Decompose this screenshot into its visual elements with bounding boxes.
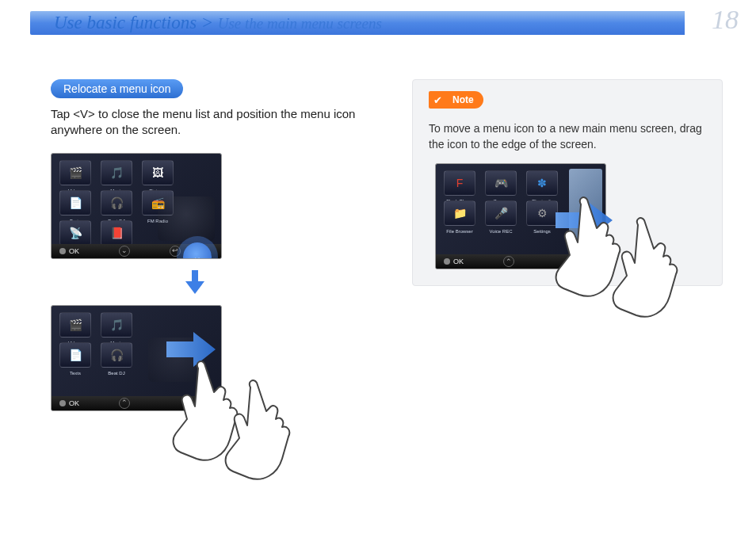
app-icon: 🎬 <box>59 312 91 338</box>
app-icon: 🎬 <box>59 160 91 185</box>
app-icon: 🎵 <box>101 160 132 185</box>
breadcrumb: Use basic functions > Use the main menu … <box>54 13 382 33</box>
app-glyph-icon: 🎧 <box>110 196 124 209</box>
app-icon: 📡 <box>59 220 91 246</box>
app-glyph-icon: 🎬 <box>69 166 82 179</box>
app-glyph-icon: 🎤 <box>494 207 508 219</box>
check-icon: ✔ <box>429 91 446 109</box>
app-icon: 🎧 <box>101 342 132 368</box>
app-glyph-icon: 🎵 <box>110 166 124 179</box>
clock-widget-icon <box>148 338 205 382</box>
caret-up-icon: ⌃ <box>119 398 130 409</box>
app-glyph-icon: 🖼 <box>152 166 163 179</box>
down-arrow-icon <box>184 270 384 294</box>
app-icon: 📕 <box>101 220 132 246</box>
page-number: 18 <box>712 5 739 35</box>
left-column: Relocate a menu icon Tap <V> to close th… <box>51 79 384 411</box>
back-button-icon: ↩ <box>170 246 181 257</box>
right-column: ✔ Note To move a menu icon to a new main… <box>412 79 723 411</box>
breadcrumb-main: Use basic functions <box>54 13 197 32</box>
app-icon: ⚙ <box>526 200 558 226</box>
app-glyph-icon: 🎮 <box>494 177 508 189</box>
app-glyph-icon: 🎬 <box>69 318 82 331</box>
app-glyph-icon: ⚙ <box>537 207 548 219</box>
app-glyph-icon: 🎵 <box>110 318 124 331</box>
app-icon: 📁 <box>444 200 475 226</box>
next-screen-preview <box>569 169 602 245</box>
note-label: Note <box>446 91 483 109</box>
ok-label: OK <box>59 399 79 407</box>
app-icon: 📄 <box>59 190 91 216</box>
v-button-icon: ⌄ <box>119 246 130 257</box>
device-screenshot-top: 🎬🎵🖼📄🎧📻📡📕 OK ⌄ ↩ ⌄ <box>51 153 222 259</box>
app-icon: 🎮 <box>485 170 517 196</box>
device-bottom-bar: OK ⌃ <box>436 254 605 269</box>
clock-widget-icon <box>158 196 215 241</box>
icon-grid-bottom: 🎬🎵📄🎧 <box>59 312 134 368</box>
instruction-text: Tap <V> to close the menu list and posit… <box>51 106 384 139</box>
app-glyph-icon: 📁 <box>453 207 467 219</box>
app-icon: F <box>444 170 475 196</box>
app-glyph-icon: 🎧 <box>110 349 124 361</box>
ok-label: OK <box>444 257 464 265</box>
note-box: ✔ Note To move a menu icon to a new main… <box>412 79 723 286</box>
icon-grid-note: F🎮✽📁🎤⚙ <box>444 170 559 226</box>
section-pill: Relocate a menu icon <box>51 79 183 98</box>
breadcrumb-sub: Use the main menu screens <box>218 15 382 32</box>
app-icon: 📄 <box>59 342 91 368</box>
app-glyph-icon: 📄 <box>69 349 82 361</box>
app-glyph-icon: F <box>456 177 464 189</box>
note-chip: ✔ Note <box>429 91 483 109</box>
app-icon: ✽ <box>526 170 558 196</box>
device-screenshot-bottom: 🎬🎵📄🎧 OK ⌃ <box>51 305 222 411</box>
breadcrumb-separator: > <box>201 13 214 32</box>
app-icon: 🖼 <box>142 160 174 185</box>
app-glyph-icon: 📡 <box>69 227 82 239</box>
app-glyph-icon: ✽ <box>537 177 547 189</box>
device-bottom-bar: OK ⌃ <box>52 396 221 410</box>
app-icon: 🎧 <box>101 190 132 216</box>
app-icon: 🎵 <box>101 312 132 338</box>
caret-up-icon: ⌃ <box>503 256 514 267</box>
app-glyph-icon: 📕 <box>110 227 124 239</box>
ok-label: OK <box>59 247 79 255</box>
app-glyph-icon: 📄 <box>69 196 82 209</box>
device-screenshot-note: F🎮✽📁🎤⚙ OK ⌃ <box>435 163 606 269</box>
app-icon: 🎤 <box>485 200 517 226</box>
note-text: To move a menu icon to a new main menu s… <box>429 121 706 152</box>
